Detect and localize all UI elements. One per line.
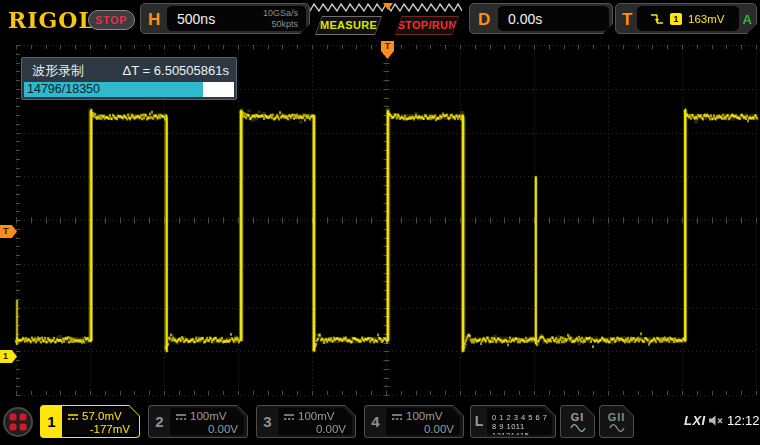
timebase-value: 500ns xyxy=(177,11,215,27)
record-frame-counter: 14796/18350 xyxy=(27,82,100,97)
top-status-bar: RIGOL STOP H 500ns 10GSa/s 50kpts MEASUR… xyxy=(0,0,760,40)
logic-channels-box[interactable]: L 0 1 2 3 4 5 6 7 8 9 1011 12131415 xyxy=(470,405,556,438)
logic-channel-numbers: 0 1 2 3 4 5 6 7 8 9 1011 12131415 xyxy=(487,408,552,435)
channel4-scale: 100mV xyxy=(406,410,442,423)
source1-label: GI xyxy=(571,411,585,423)
speaker-muted-icon[interactable] xyxy=(708,414,724,427)
stop-run-button[interactable]: STOP/RUN xyxy=(395,16,459,35)
trigger-pill: 1 163mV xyxy=(637,6,739,31)
measure-button-label: MEASURE xyxy=(316,17,381,34)
delay-value: 0.00s xyxy=(508,11,542,27)
lxi-indicator: LXI xyxy=(684,413,706,428)
falling-edge-trigger-icon xyxy=(650,12,664,26)
channel2-offset: 0.00V xyxy=(175,423,238,436)
dc-coupling-icon xyxy=(175,413,187,421)
channel2-number: 2 xyxy=(149,406,170,437)
navigation-menu-button[interactable] xyxy=(3,407,33,437)
source1-button[interactable]: GI xyxy=(560,405,595,438)
record-progress-bar: 14796/18350 xyxy=(24,82,234,97)
channel3-offset: 0.00V xyxy=(283,423,346,436)
channel4-offset: 0.00V xyxy=(391,423,454,436)
trigger-settings-group[interactable]: T 1 163mV A xyxy=(615,3,757,34)
source2-label: GII xyxy=(608,411,626,423)
delay-label: D xyxy=(478,10,490,30)
channel4-number: 4 xyxy=(365,406,386,437)
dc-coupling-icon xyxy=(67,413,79,421)
record-position-marker-icon[interactable] xyxy=(383,3,393,10)
trigger-level-value: 163mV xyxy=(688,13,724,25)
source2-button[interactable]: GII xyxy=(599,405,634,438)
record-delta-t: ΔT = 6.50505861s xyxy=(123,63,229,78)
channel1-scale: 57.0mV xyxy=(82,410,122,423)
memory-depth: 50kpts xyxy=(263,19,298,30)
sine-wave-icon xyxy=(609,423,625,432)
trigger-label: T xyxy=(622,10,632,30)
sample-rate: 10GSa/s xyxy=(263,8,298,19)
channel1-number: 1 xyxy=(41,406,62,437)
timebase-pill: 500ns 10GSa/s 50kpts xyxy=(167,6,306,31)
channel1-box[interactable]: 1 57.0mV -177mV xyxy=(40,405,140,438)
sine-wave-icon xyxy=(570,423,586,432)
trigger-source-badge: 1 xyxy=(670,13,682,25)
record-panel-header: 波形录制 ΔT = 6.50505861s xyxy=(22,58,236,82)
channel1-offset: -177mV xyxy=(67,423,130,436)
record-panel-title: 波形录制 xyxy=(32,62,84,80)
channel3-number: 3 xyxy=(257,406,278,437)
sample-rate-memdepth: 10GSa/s 50kpts xyxy=(263,8,298,30)
stop-run-button-label: STOP/RUN xyxy=(396,17,458,34)
clock: 12:12 xyxy=(727,413,760,428)
horizontal-settings-group[interactable]: H 500ns 10GSa/s 50kpts xyxy=(140,3,310,34)
logic-row-8-15: 8 9 1011 12131415 xyxy=(492,422,552,440)
logic-label: L xyxy=(471,406,487,437)
acquire-mode-indicator: A xyxy=(743,12,752,27)
oscilloscope-screen: RIGOL STOP H 500ns 10GSa/s 50kpts MEASUR… xyxy=(0,0,760,445)
channel3-box[interactable]: 3 100mV 0.00V xyxy=(256,405,356,438)
measure-button[interactable]: MEASURE xyxy=(315,16,382,35)
delay-pill: 0.00s xyxy=(498,6,609,31)
menu-grid-icon xyxy=(10,414,27,431)
channel4-box[interactable]: 4 100mV 0.00V xyxy=(364,405,464,438)
horizontal-label: H xyxy=(148,10,160,30)
dc-coupling-icon xyxy=(391,413,403,421)
channel3-scale: 100mV xyxy=(298,410,334,423)
channel2-scale: 100mV xyxy=(190,410,226,423)
bottom-channel-bar: 1 57.0mV -177mV 2 xyxy=(0,400,760,445)
channel2-box[interactable]: 2 100mV 0.00V xyxy=(148,405,248,438)
logic-row-0-7: 0 1 2 3 4 5 6 7 xyxy=(492,413,552,422)
waveform-record-panel: 波形录制 ΔT = 6.50505861s 14796/18350 xyxy=(21,57,237,100)
run-state-badge: STOP xyxy=(88,10,135,30)
dc-coupling-icon xyxy=(283,413,295,421)
delay-settings-group[interactable]: D 0.00s xyxy=(469,3,613,34)
rigol-logo: RIGOL xyxy=(8,7,95,33)
